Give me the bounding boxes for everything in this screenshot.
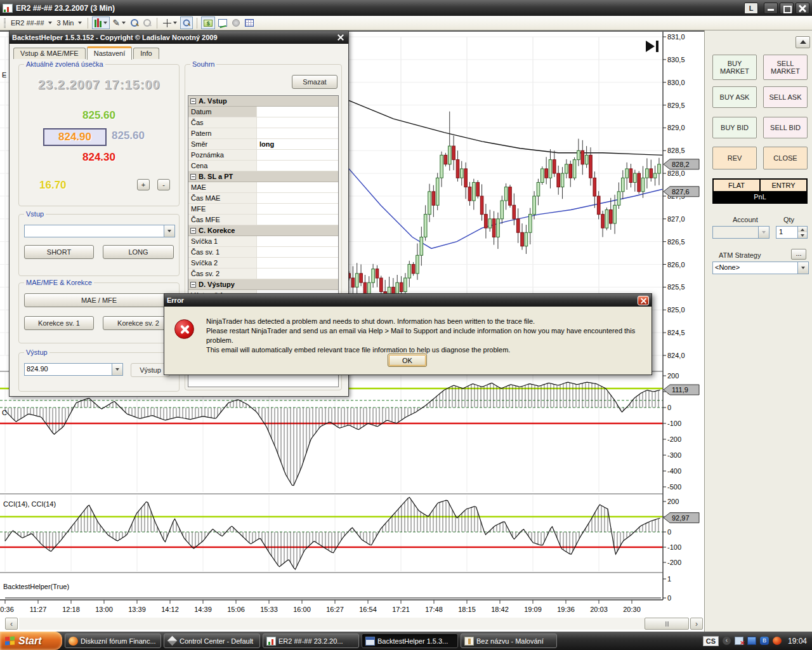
interval-selector[interactable]: 3 Min bbox=[55, 17, 84, 29]
task-paint[interactable]: Bez názvu - Malování bbox=[461, 633, 557, 648]
increment-button[interactable]: + bbox=[137, 179, 150, 190]
tab-vstup-mae-mfe[interactable]: Vstup & MAE/MFE bbox=[13, 48, 86, 59]
table-row[interactable]: MFE bbox=[188, 204, 338, 215]
task-firefox[interactable]: Diskuzní fórum Financ... bbox=[65, 633, 161, 648]
table-row[interactable]: Čas sv. 2 bbox=[188, 269, 338, 279]
language-button[interactable]: L bbox=[744, 3, 758, 14]
collapse-minus-icon[interactable] bbox=[190, 98, 196, 104]
task-control-center[interactable]: Control Center - Default bbox=[164, 633, 260, 648]
messenger-icon[interactable] bbox=[747, 637, 756, 645]
collapse-minus-icon[interactable] bbox=[190, 228, 196, 234]
chart-scrollbar-thumb[interactable] bbox=[645, 618, 689, 630]
antivirus-icon[interactable] bbox=[773, 637, 782, 645]
tab-info[interactable]: Info bbox=[133, 48, 159, 59]
candlestick-style-button[interactable] bbox=[92, 17, 110, 29]
row-value[interactable] bbox=[257, 107, 338, 117]
quantity-stepper[interactable]: 1 bbox=[776, 226, 808, 239]
vstup-select[interactable] bbox=[24, 225, 175, 237]
table-row[interactable]: MAE bbox=[188, 182, 338, 193]
collapse-minus-icon[interactable] bbox=[190, 282, 196, 288]
short-button[interactable]: SHORT bbox=[24, 245, 94, 259]
row-value[interactable] bbox=[257, 150, 338, 160]
tab-nastaveni[interactable]: Nastavení bbox=[87, 46, 133, 60]
row-value[interactable] bbox=[257, 204, 338, 214]
region-zoom-button[interactable] bbox=[180, 17, 193, 29]
table-row[interactable]: Patern bbox=[188, 128, 338, 139]
row-value[interactable] bbox=[257, 247, 338, 257]
chevron-down-icon[interactable] bbox=[758, 227, 769, 238]
crosshair-button[interactable] bbox=[161, 17, 179, 29]
minimize-button[interactable] bbox=[764, 3, 778, 14]
flat-cell[interactable]: FLAT bbox=[714, 180, 761, 191]
table-section-header[interactable]: C. Korekce bbox=[188, 225, 338, 236]
toolbar-grip[interactable] bbox=[4, 18, 6, 28]
chevron-down-icon[interactable] bbox=[164, 225, 174, 237]
table-section-header[interactable]: D. Výstupy bbox=[188, 279, 338, 290]
ok-button[interactable]: OK bbox=[388, 354, 427, 367]
table-section-header[interactable]: A. Vstup bbox=[188, 96, 338, 107]
scroll-right-button[interactable]: › bbox=[690, 618, 703, 630]
entry-cell[interactable]: ENTRY bbox=[761, 180, 806, 191]
chart-window-button[interactable] bbox=[216, 17, 229, 29]
chevron-left-icon[interactable]: ‹ bbox=[723, 637, 731, 645]
collapse-minus-icon[interactable] bbox=[190, 174, 196, 180]
spin-down-icon[interactable] bbox=[798, 232, 807, 238]
row-value[interactable] bbox=[257, 161, 338, 171]
long-button[interactable]: LONG bbox=[103, 245, 174, 259]
table-section-header[interactable]: B. SL a PT bbox=[188, 171, 338, 182]
bluetooth-icon[interactable]: B bbox=[760, 637, 769, 645]
table-row[interactable]: Čas sv. 1 bbox=[188, 247, 338, 258]
row-value[interactable] bbox=[257, 236, 338, 246]
buy-bid-button[interactable]: BUY BID bbox=[712, 117, 757, 138]
collapse-panel-button[interactable] bbox=[796, 36, 810, 48]
dialog-titlebar[interactable]: BacktestHelper 1.5.3.152 - Copyright © L… bbox=[10, 31, 348, 44]
table-row[interactable]: Čas MAE bbox=[188, 193, 338, 204]
start-button[interactable]: Start bbox=[0, 632, 62, 650]
error-titlebar[interactable]: Error bbox=[164, 294, 652, 307]
account-button[interactable]: $ bbox=[201, 17, 215, 29]
chevron-down-icon[interactable] bbox=[112, 364, 122, 375]
table-row[interactable]: Datum bbox=[188, 107, 338, 117]
chevron-down-icon[interactable] bbox=[797, 262, 808, 274]
close-button[interactable] bbox=[796, 3, 809, 14]
data-grid-button[interactable] bbox=[243, 17, 256, 29]
language-indicator[interactable]: CS bbox=[703, 636, 719, 646]
zoom-out-button[interactable] bbox=[141, 17, 153, 29]
reverse-button[interactable]: REV bbox=[712, 147, 757, 169]
chart-scrollbar-track[interactable] bbox=[19, 618, 689, 630]
buy-ask-button[interactable]: BUY ASK bbox=[712, 86, 757, 108]
row-value[interactable] bbox=[257, 117, 338, 128]
scroll-left-button[interactable]: ‹ bbox=[5, 618, 18, 630]
decrement-button[interactable]: - bbox=[157, 179, 170, 190]
sell-market-button[interactable]: SELL MARKET bbox=[763, 55, 808, 80]
quantity-value[interactable]: 1 bbox=[776, 227, 797, 238]
account-select[interactable] bbox=[712, 226, 769, 239]
row-value[interactable] bbox=[257, 269, 338, 279]
sell-ask-button[interactable]: SELL ASK bbox=[763, 86, 808, 108]
row-value[interactable] bbox=[257, 128, 338, 138]
table-row[interactable]: Směrlong bbox=[188, 139, 338, 150]
row-value[interactable]: long bbox=[257, 139, 338, 149]
row-value[interactable] bbox=[257, 215, 338, 225]
table-row[interactable]: Poznámka bbox=[188, 150, 338, 161]
restore-button[interactable] bbox=[780, 3, 794, 14]
close-icon[interactable] bbox=[336, 33, 346, 42]
task-er2-chart[interactable]: ER2 ##-## 23.2.20... bbox=[263, 633, 359, 648]
sell-bid-button[interactable]: SELL BID bbox=[763, 117, 808, 138]
instrument-selector[interactable]: ER2 ##-## bbox=[8, 17, 55, 29]
table-row[interactable]: Čas MFE bbox=[188, 215, 338, 225]
task-backtesthelper[interactable]: BacktestHelper 1.5.3... bbox=[362, 633, 458, 648]
smazat-button[interactable]: Smazat bbox=[292, 75, 337, 89]
table-row[interactable]: Čas bbox=[188, 117, 338, 128]
row-value[interactable] bbox=[257, 193, 338, 203]
table-row[interactable]: Cena bbox=[188, 161, 338, 171]
vystup-select[interactable]: 824.90 bbox=[24, 363, 123, 376]
row-value[interactable] bbox=[257, 258, 338, 268]
buy-market-button[interactable]: BUY MARKET bbox=[712, 55, 757, 80]
draw-tool-button[interactable]: ✎ bbox=[111, 17, 128, 29]
zoom-in-button[interactable] bbox=[129, 17, 140, 29]
row-value[interactable] bbox=[257, 182, 338, 192]
close-position-button[interactable]: CLOSE bbox=[763, 147, 808, 169]
table-row[interactable]: Svíčka 1 bbox=[188, 236, 338, 247]
atm-strategy-select[interactable]: <None> bbox=[712, 262, 809, 274]
